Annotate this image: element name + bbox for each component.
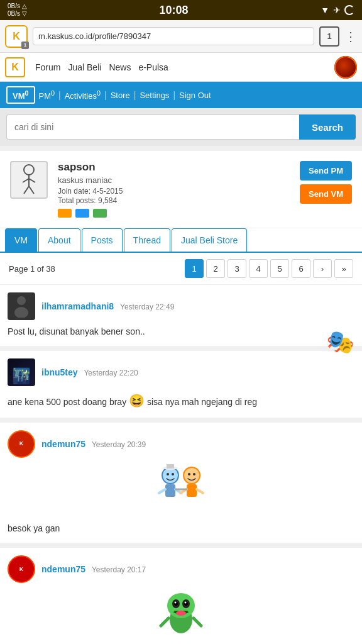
page-next-button[interactable]: › xyxy=(313,259,332,278)
nav-links: Forum Jual Beli News e-Pulsa xyxy=(35,62,324,72)
url-bar[interactable]: m.kaskus.co.id/profile/7890347 xyxy=(33,27,314,45)
browser-menu-button[interactable]: ⋮ xyxy=(344,29,357,44)
vm-post-3-avatar: K xyxy=(8,430,35,458)
svg-line-34 xyxy=(161,618,168,626)
settings-link[interactable]: Settings xyxy=(140,91,169,100)
page-6-button[interactable]: 6 xyxy=(292,259,310,278)
vm-post-4-content: ada apaan son... xyxy=(8,588,354,644)
user-avatar-nav[interactable] xyxy=(334,56,357,79)
badge-1 xyxy=(58,209,72,218)
clock: 10:08 xyxy=(159,4,188,17)
vm-post-1-userinfo: ilhamramadhani8 Yesterday 22:49 xyxy=(41,301,174,311)
vm-post-3-time: Yesterday 20:39 xyxy=(92,440,146,449)
wifi-icon: ▼ xyxy=(321,5,329,15)
logo-letter: K xyxy=(13,31,20,42)
nav-bar: K Forum Jual Beli News e-Pulsa xyxy=(0,53,362,82)
vm-post-4-username[interactable]: ndemun75 xyxy=(41,564,85,574)
nav-forum[interactable]: Forum xyxy=(35,62,60,72)
sep-3: | xyxy=(134,90,136,100)
svg-rect-21 xyxy=(187,484,197,497)
store-link[interactable]: Store xyxy=(111,91,130,100)
vm-post-4-avatar: K xyxy=(8,555,35,583)
avatar-bg xyxy=(8,292,35,320)
kaskus-badge-2: K xyxy=(19,566,24,572)
sep-2: | xyxy=(104,90,107,100)
svg-point-0 xyxy=(24,165,34,175)
sep-1: | xyxy=(58,90,61,100)
profile-join-date: Join date: 4-5-2015 xyxy=(58,187,290,196)
page-1-button[interactable]: 1 xyxy=(185,259,204,278)
activities-link[interactable]: Activities0 xyxy=(65,89,101,101)
page-4-button[interactable]: 4 xyxy=(249,259,268,278)
badge-3 xyxy=(93,209,107,218)
page-2-button[interactable]: 2 xyxy=(206,259,225,278)
browser-bar: K 1 m.kaskus.co.id/profile/7890347 1 ⋮ xyxy=(0,20,362,53)
svg-point-6 xyxy=(17,296,26,305)
vm-post-4-sticker xyxy=(8,588,354,642)
svg-point-32 xyxy=(185,602,187,604)
svg-line-3 xyxy=(29,179,35,182)
nav-news[interactable]: News xyxy=(109,62,131,72)
svg-point-7 xyxy=(14,307,28,318)
download-speed: 0B/s ▽ xyxy=(8,10,27,18)
avatar-image xyxy=(334,56,357,79)
vm-post-4: K ndemun75 Yesterday 20:17 xyxy=(0,548,362,644)
send-vm-button[interactable]: Send VM xyxy=(300,184,352,204)
vm-post-3-header: K ndemun75 Yesterday 20:39 xyxy=(8,430,354,458)
vm-post-2-content: ane kena 500 post doang bray 😆 sisa nya … xyxy=(8,391,354,410)
vm-post-2-username[interactable]: ibnu5tey xyxy=(41,367,78,377)
kaskus-logo[interactable]: K xyxy=(5,57,25,77)
vm-post-4-userinfo: ndemun75 Yesterday 20:17 xyxy=(41,564,146,574)
vm-post-1-time: Yesterday 22:49 xyxy=(120,303,174,311)
page-5-button[interactable]: 5 xyxy=(270,259,289,278)
signout-link[interactable]: Sign Out xyxy=(179,91,211,100)
vm-post-2-avatar: 🌃 xyxy=(8,358,35,386)
tab-thread[interactable]: Thread xyxy=(124,228,170,252)
pm-link[interactable]: PM0 xyxy=(39,89,55,101)
vm-post-3-userinfo: ndemun75 Yesterday 20:39 xyxy=(41,439,146,449)
svg-rect-13 xyxy=(167,464,174,469)
svg-line-4 xyxy=(24,186,29,194)
tab-button[interactable]: 1 xyxy=(319,26,339,47)
tab-about[interactable]: About xyxy=(38,228,80,252)
avatar-silhouette xyxy=(12,295,31,318)
search-button[interactable]: Search xyxy=(299,114,356,140)
avatar-night: 🌃 xyxy=(8,358,35,386)
vm-post-4-header: K ndemun75 Yesterday 20:17 xyxy=(8,555,354,583)
tab-posts[interactable]: Posts xyxy=(82,228,123,252)
action-bar: VM0 PM0 | Activities0 | Store | Settings… xyxy=(0,82,362,108)
avatar-night-bg: 🌃 xyxy=(8,358,35,386)
svg-point-31 xyxy=(175,602,177,604)
nav-jualbeli[interactable]: Jual Beli xyxy=(68,62,101,72)
svg-point-18 xyxy=(184,468,199,483)
vm-post-1-avatar xyxy=(8,292,35,320)
vm-post-3: K ndemun75 Yesterday 20:39 xyxy=(0,423,362,543)
svg-line-35 xyxy=(194,618,201,626)
alien-sticker xyxy=(156,588,206,638)
profile-badges xyxy=(58,209,290,218)
search-input[interactable] xyxy=(6,114,299,140)
tab-jualbeli-store[interactable]: Jual Beli Store xyxy=(172,228,247,252)
vm-post-1-username[interactable]: ilhamramadhani8 xyxy=(41,301,114,311)
svg-point-20 xyxy=(193,473,195,475)
vm-post-2-userinfo: ibnu5tey Yesterday 22:20 xyxy=(41,367,138,377)
profile-rank: kaskus maniac xyxy=(58,175,290,185)
system-icons: ▼ ✈ xyxy=(321,5,354,15)
svg-line-15 xyxy=(159,489,165,493)
vm-button[interactable]: VM0 xyxy=(6,86,35,104)
tab-vm[interactable]: VM xyxy=(5,228,37,252)
friends-sticker xyxy=(153,463,209,513)
vm-post-3-username[interactable]: ndemun75 xyxy=(41,439,85,449)
svg-line-2 xyxy=(23,179,29,182)
page-3-button[interactable]: 3 xyxy=(228,259,246,278)
svg-point-33 xyxy=(176,611,186,616)
profile-avatar xyxy=(10,161,48,199)
vm-post-2: 🌃 ibnu5tey Yesterday 22:20 ane kena 500 … xyxy=(0,351,362,418)
tabs-bar: VM About Posts Thread Jual Beli Store xyxy=(0,228,362,253)
send-pm-button[interactable]: Send PM xyxy=(300,161,352,180)
page-last-button[interactable]: » xyxy=(334,259,353,278)
vm-post-4-time: Yesterday 20:17 xyxy=(92,565,146,574)
nav-epulsa[interactable]: e-Pulsa xyxy=(138,62,168,72)
stick-figure-svg xyxy=(11,162,47,197)
svg-point-9 xyxy=(163,468,178,483)
